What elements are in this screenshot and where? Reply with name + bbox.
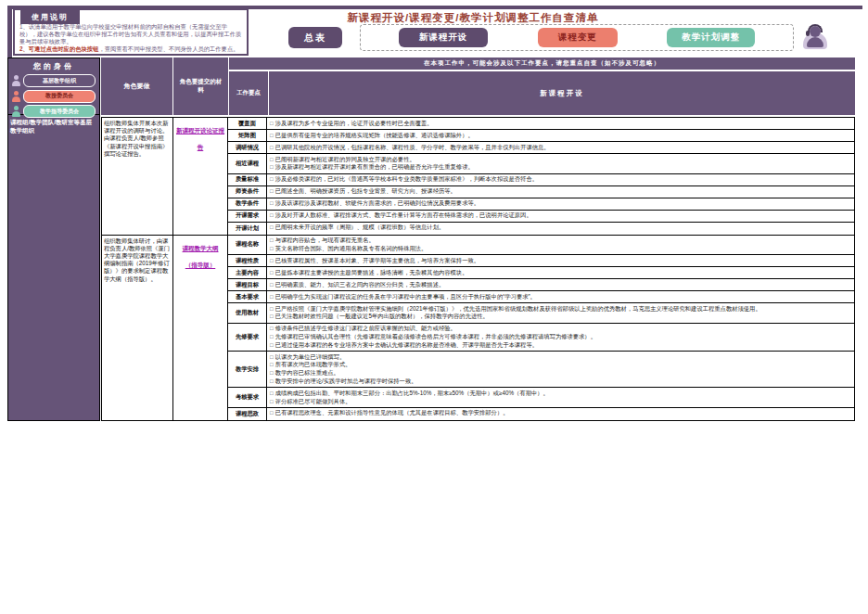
workpoint-row: 课程性质□已核查课程属性、授课基本对象、开课学期等主要信息，与培养方案保持一致。 <box>228 255 854 267</box>
identity-role-row: 教授委员会 <box>8 90 99 103</box>
identity-role-list: 基层教学组织教授委员会教学指导委员会 <box>8 74 99 118</box>
identity-role-button-1[interactable]: 教授委员会 <box>23 90 96 103</box>
workpoint-label: 教学安排 <box>228 352 267 387</box>
checklist-line: □以课次为单位已详细撰写。 <box>270 353 851 362</box>
headset-earpiece-icon <box>806 31 810 36</box>
workpoint-row: 相近课程□已阐明新课程与相近课程的异同及独立开课的必要性。□涉及新课程与相近课程… <box>228 154 854 174</box>
checkbox-icon: □ <box>270 199 274 208</box>
checkbox-icon: □ <box>270 269 274 277</box>
workpoint-content: □已明确学生为实现这门课程设定的任务及在学习课程中的主要事项，且区分于执行版中的… <box>267 291 854 302</box>
checkbox-icon: □ <box>270 120 274 128</box>
main-column: 角色要做 角色要提交的材料 在本项工作中，可能会涉及以下工作要点，请您重点自查（… <box>101 58 855 421</box>
checklist-line: □已阐明未来开设的频率（周期）、规模（课程班数）等信息计划。 <box>270 224 851 232</box>
workpoint-label: 使用教材 <box>228 303 267 323</box>
checklist-text: 已明确素质、能力、知识三者之间内容的区分归类，无杂糅描述。 <box>275 281 445 289</box>
checklist-text: 已通过使用本课程的各专业培养方案中去确认先修课程的名称是否准确、开课学期是否先于… <box>275 341 538 350</box>
usage-instructions-tab: 使用说明 <box>20 10 80 24</box>
checklist-text: 以课次为单位已详细撰写。 <box>275 353 346 362</box>
left-divider <box>7 6 12 58</box>
checklist-line: □已明确学生为实现这门课程设定的任务及在学习课程中的主要事项，且区分于执行版中的… <box>270 293 851 301</box>
row-group-1: 组织教师集体研讨，由课程负责人/教师依照《厦门大学嘉庚学院课程教学大纲编制指南（… <box>101 235 855 421</box>
workpoint-label: 调研情况 <box>228 142 267 153</box>
checkbox-icon: □ <box>270 305 274 313</box>
materials-cell: 课程教学大纲 （指导版） <box>173 236 228 420</box>
spreadsheet-page: 使用说明 1、该清单适用于教学单位向学校提交申报材料前的内部自检自查（无需提交至… <box>0 0 868 614</box>
checklist-text: 教学内容已标注重难点。 <box>275 369 339 377</box>
checkbox-icon: □ <box>270 333 274 341</box>
workpoint-content: □已有课程思政理念、元素和设计指导性意见的体现（尤其是在课程目标、教学安排部分）… <box>267 408 854 420</box>
workpoint-content: □涉及必修类课程的，已对比《普通高等学校本科专业类教学质量国家标准》，判断本次拟… <box>267 174 854 185</box>
workpoint-label: 质量标准 <box>228 174 267 185</box>
checkbox-icon: □ <box>270 257 274 265</box>
workpoint-label: 开课需求 <box>228 211 267 222</box>
course-change-tab-button[interactable]: 课程变更 <box>538 28 618 47</box>
workpoint-content: □已调研其他院校的开设情况，包括课程名称、课程性质、学分学时、教学效果等，且并非… <box>267 142 854 153</box>
header-banner: 在本项工作中，可能会涉及以下工作要点，请您重点自查（如不涉及可忽略） <box>229 58 855 70</box>
person-icon <box>12 91 20 102</box>
workpoint-row: 主要内容□已提炼本课程主要讲授的主题简要描述，脉络清晰，无杂糅其他内容模块。 <box>228 267 854 279</box>
checkbox-icon: □ <box>270 313 274 321</box>
identity-role-row: 基层教学组织 <box>8 74 99 87</box>
person-icon <box>12 75 20 86</box>
header-subrow: 工作要点 新课程开设 <box>229 71 855 115</box>
checkbox-icon: □ <box>270 175 274 184</box>
checkbox-icon: □ <box>270 361 274 369</box>
checklist-line: □已有课程思政理念、元素和设计指导性意见的体现（尤其是在课程目标、教学安排部分）… <box>270 409 851 417</box>
checklist-line: □涉及该课程涉及课程教材、软硬件方面需求的，已明确到位情况及费用要求等。 <box>270 199 851 208</box>
checklist-line: □所有课次均已体现教学形式。 <box>270 361 851 369</box>
instruction-line-2: 2、可通过点击对应的色块按钮，查阅查看不同申报类型、不同身份人员的工作要点。 <box>19 45 242 53</box>
workpoint-row: 覆盖面□涉及课程为多个专业使用的，论证开设必要性时已全面覆盖。 <box>228 118 854 130</box>
checklist-text: 所有课次均已体现教学形式。 <box>275 361 351 369</box>
workpoint-content: □修读条件已描述学生修读这门课程之前应该掌握的知识、能力或经验。□先修课程已审慎… <box>267 324 854 351</box>
checklist-text: 已明确学生为实现这门课程设定的任务及在学习课程中的主要事项，且区分于执行版中的“… <box>275 293 536 301</box>
summary-sheet-button[interactable]: 总表 <box>288 27 342 48</box>
identity-header: 您的身份 基层教学组织教授委员会教学指导委员会 <box>8 58 99 115</box>
workpoint-content: □以课次为单位已详细撰写。□所有课次均已体现教学形式。□教学内容已标注重难点。□… <box>267 352 854 387</box>
workpoint-content: □涉及该课程涉及课程教材、软硬件方面需求的，已明确到位情况及费用要求等。 <box>267 198 854 210</box>
checklist-line: □成绩构成已包括出勤、平时和期末三部分：出勤占比5%-10%，期末≥50%（无期… <box>270 390 851 398</box>
checkbox-icon: □ <box>270 293 274 301</box>
checklist-line: □与课程内容贴合，与现有课程无重名。 <box>270 237 851 245</box>
workpoint-row: 先修要求□修读条件已描述学生修读这门课程之前应该掌握的知识、能力或经验。□先修课… <box>228 324 854 352</box>
checklist-text: 已阐明未来开设的频率（周期）、规模（课程班数）等信息计划。 <box>275 224 445 232</box>
workpoint-content: □与课程内容贴合，与现有课程无重名。□英文名称符合国际、国内通用名称及专有名词的… <box>267 236 854 255</box>
usage-instructions-box: 使用说明 1、该清单适用于教学单位向学校提交申报材料前的内部自检自查（无需提交至… <box>13 8 249 56</box>
checklist-line: □修读条件已描述学生修读这门课程之前应该掌握的知识、能力或经验。 <box>270 325 851 333</box>
material-link[interactable]: 新课程开设论证报告 <box>176 127 224 150</box>
workpoint-content: □已严格按照《厦门大学嘉庚学院教材管理实施细则（2021年修订版）》，优先选用国… <box>267 303 854 323</box>
sheet-tabs-group: 新课程开设 课程变更 教学计划调整 <box>360 24 794 51</box>
checklist-line: □教学安排中的理论/实践学时加总与课程学时保持一致。 <box>270 377 851 386</box>
support-avatar-icon[interactable] <box>801 23 829 51</box>
checklist-text: 教学安排中的理论/实践学时加总与课程学时保持一致。 <box>275 377 417 386</box>
workpoint-label: 课程思政 <box>228 408 267 420</box>
workpoint-label: 基本要求 <box>228 291 267 302</box>
checklist-text: 评分标准已尽可能做到具体。 <box>275 398 351 406</box>
checkbox-icon: □ <box>270 187 274 196</box>
new-course-tab-button[interactable]: 新课程开设 <box>399 28 489 47</box>
checkbox-icon: □ <box>270 224 274 232</box>
workpoint-row: 考核要求□成绩构成已包括出勤、平时和期末三部分：出勤占比5%-10%，期末≥50… <box>228 388 854 408</box>
checklist-line: □先修课程已审慎确认其合理性（先修课程意味着必须修读合格后方可修读本课程，并非必… <box>270 333 851 341</box>
checklist-text: 成绩构成已包括出勤、平时和期末三部分：出勤占比5%-10%，期末≥50%（无期中… <box>275 390 549 398</box>
checklist-line: □评分标准已尽可能做到具体。 <box>270 398 851 406</box>
checklist-text: 与课程内容贴合，与现有课程无重名。 <box>275 237 375 245</box>
workpoint-content: □已提供所有使用专业的培养规格实现矩阵（技能选修课、通识选修课除外）。 <box>267 130 854 141</box>
checkbox-icon: □ <box>270 245 274 253</box>
identity-role-button-0[interactable]: 基层教学组织 <box>23 74 96 87</box>
checklist-line: □已核查课程属性、授课基本对象、开课学期等主要信息，与培养方案保持一致。 <box>270 257 851 265</box>
workpoint-label: 覆盖面 <box>228 118 267 129</box>
workpoint-row: 基本要求□已明确学生为实现这门课程设定的任务及在学习课程中的主要事项，且区分于执… <box>228 291 854 303</box>
workpoint-row: 师资条件□已阐述全面、明确授课资历，包括专业背景、研究方向、授课经历等。 <box>228 186 854 198</box>
checklist-line: □英文名称符合国际、国内通用名称及专有名词的特殊用法。 <box>270 245 851 253</box>
workpoint-row: 质量标准□涉及必修类课程的，已对比《普通高等学校本科专业类教学质量国家标准》，判… <box>228 174 854 186</box>
plan-adjust-tab-button[interactable]: 教学计划调整 <box>667 28 755 47</box>
material-link[interactable]: 课程教学大纲 （指导版） <box>183 245 219 268</box>
workpoint-row: 教学安排□以课次为单位已详细撰写。□所有课次均已体现教学形式。□教学内容已标注重… <box>228 352 854 388</box>
checklist-text: 已严格按照《厦门大学嘉庚学院教材管理实施细则（2021年修订版）》，优先选用国家… <box>275 305 761 313</box>
instruction-line-2-rest: ，查阅查看不同申报类型、不同身份人员的工作要点。 <box>98 45 238 52</box>
workpoint-row: 使用教材□已严格按照《厦门大学嘉庚学院教材管理实施细则（2021年修订版）》，优… <box>228 303 854 324</box>
checkbox-icon: □ <box>270 353 274 362</box>
col-header-workpoint: 工作要点 <box>229 71 268 115</box>
checkbox-icon: □ <box>270 163 274 172</box>
section-header-new-course: 新课程开设 <box>269 71 855 115</box>
